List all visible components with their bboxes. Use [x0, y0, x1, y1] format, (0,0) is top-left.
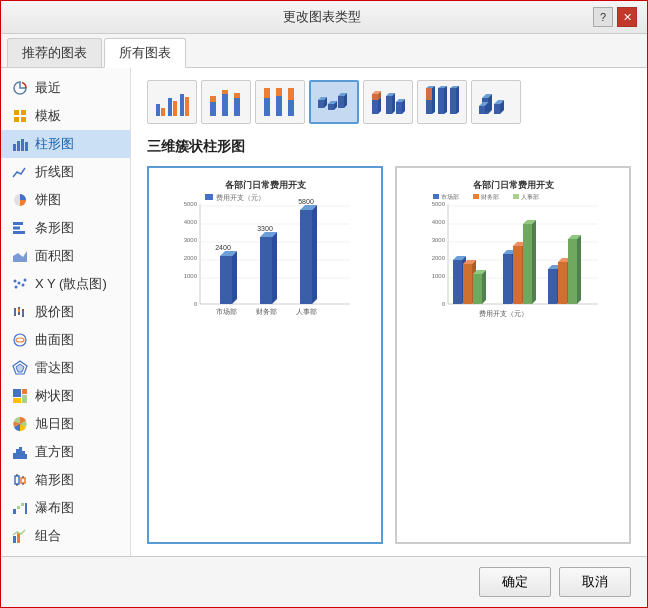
help-button[interactable]: ?	[593, 7, 613, 27]
preview-card-1[interactable]: 各部门日常费用开支 费用开支（元） 5000 4000 3000 2000 10…	[147, 166, 383, 544]
tab-all[interactable]: 所有图表	[104, 38, 186, 68]
sidebar-item-recent[interactable]: 最近	[1, 74, 130, 102]
svg-marker-169	[503, 254, 512, 304]
svg-text:4000: 4000	[184, 219, 198, 225]
svg-marker-160	[453, 260, 462, 304]
svg-rect-23	[22, 311, 24, 315]
svg-marker-102	[494, 104, 500, 114]
chart-type-3d-clustered[interactable]	[309, 80, 359, 124]
svg-marker-105	[479, 106, 485, 114]
sidebar-label-box: 箱形图	[35, 471, 74, 489]
sidebar-label-scatter: X Y (散点图)	[35, 275, 107, 293]
svg-point-13	[15, 286, 18, 289]
svg-text:各部门日常费用开支: 各部门日常费用开支	[472, 179, 555, 190]
sidebar-item-scatter[interactable]: X Y (散点图)	[1, 270, 130, 298]
svg-rect-36	[22, 451, 25, 459]
chart-type-icons	[147, 80, 631, 124]
chart-type-3d-stacked[interactable]	[363, 80, 413, 124]
svg-rect-11	[13, 231, 25, 234]
sidebar-item-pie[interactable]: 饼图	[1, 186, 130, 214]
sidebar-label-histogram: 直方图	[35, 443, 74, 461]
svg-rect-56	[210, 102, 216, 116]
sidebar-item-line[interactable]: 折线图	[1, 158, 130, 186]
svg-marker-129	[260, 237, 272, 304]
sidebar-label-stock: 股价图	[35, 303, 74, 321]
svg-text:财务部: 财务部	[256, 308, 277, 315]
histogram-chart-icon	[11, 443, 29, 461]
chart-type-3d-100stacked[interactable]	[417, 80, 467, 124]
svg-text:5000: 5000	[184, 201, 198, 207]
svg-rect-47	[25, 503, 27, 514]
sidebar-item-template[interactable]: 模板	[1, 102, 130, 130]
svg-marker-96	[450, 88, 456, 114]
svg-text:3000: 3000	[432, 237, 446, 243]
close-button[interactable]: ✕	[617, 7, 637, 27]
svg-marker-83	[386, 96, 392, 114]
svg-rect-5	[17, 141, 20, 151]
waterfall-chart-icon	[11, 499, 29, 517]
svg-point-25	[16, 338, 24, 342]
sidebar-item-stock[interactable]: 股价图	[1, 298, 130, 326]
svg-rect-38	[15, 476, 19, 484]
svg-marker-86	[396, 102, 402, 114]
sidebar-item-waterfall[interactable]: 瀑布图	[1, 494, 130, 522]
svg-point-17	[14, 280, 17, 283]
sidebar-item-box[interactable]: 箱形图	[1, 466, 130, 494]
chart-type-clustered[interactable]	[147, 80, 197, 124]
sidebar-label-treemap: 树状图	[35, 387, 74, 405]
svg-marker-181	[558, 262, 567, 304]
svg-rect-49	[17, 533, 20, 543]
svg-rect-57	[210, 96, 216, 102]
line-chart-icon	[11, 163, 29, 181]
treemap-chart-icon	[11, 387, 29, 405]
chart-type-100stacked[interactable]	[255, 80, 305, 124]
svg-rect-3	[21, 117, 26, 122]
sidebar-item-bar[interactable]: 柱形图	[1, 130, 130, 158]
hbar-chart-icon	[11, 219, 29, 237]
sidebar-item-combo[interactable]: 组合	[1, 522, 130, 550]
svg-rect-142	[473, 194, 479, 199]
svg-rect-65	[276, 88, 282, 96]
footer: 确定 取消	[1, 556, 647, 607]
svg-rect-33	[13, 453, 16, 459]
box-chart-icon	[11, 471, 29, 489]
scatter-chart-icon	[11, 275, 29, 293]
svg-text:1000: 1000	[432, 273, 446, 279]
svg-rect-10	[13, 227, 20, 230]
sidebar-item-radar[interactable]: 雷达图	[1, 354, 130, 382]
chart-type-stacked[interactable]	[201, 80, 251, 124]
svg-marker-177	[532, 220, 536, 304]
sidebar-label-radar: 雷达图	[35, 359, 74, 377]
svg-marker-80	[372, 94, 378, 100]
radar-chart-icon	[11, 359, 29, 377]
recent-icon	[11, 79, 29, 97]
svg-text:0: 0	[442, 301, 446, 307]
tab-recommended[interactable]: 推荐的图表	[7, 38, 102, 67]
svg-rect-109	[205, 194, 213, 200]
svg-rect-7	[25, 142, 28, 151]
svg-marker-74	[338, 96, 344, 108]
sidebar-item-hbar[interactable]: 条形图	[1, 214, 130, 242]
surface-chart-icon	[11, 331, 29, 349]
svg-rect-31	[13, 398, 21, 403]
title-bar: 更改图表类型 ? ✕	[1, 1, 647, 34]
sidebar-item-surface[interactable]: 曲面图	[1, 326, 130, 354]
sidebar-item-area[interactable]: 面积图	[1, 242, 130, 270]
svg-marker-131	[272, 232, 277, 304]
sidebar-item-histogram[interactable]: 直方图	[1, 438, 130, 466]
ok-button[interactable]: 确定	[479, 567, 551, 597]
sidebar: 最近 模板 柱形图 折线图	[1, 68, 131, 556]
sidebar-item-treemap[interactable]: 树状图	[1, 382, 130, 410]
svg-marker-77	[372, 100, 378, 114]
cancel-button[interactable]: 取消	[559, 567, 631, 597]
svg-rect-44	[13, 509, 16, 514]
svg-text:人事部: 人事部	[296, 308, 317, 316]
svg-rect-140	[433, 194, 439, 199]
svg-marker-98	[456, 86, 459, 114]
svg-rect-21	[18, 309, 20, 312]
chart-type-3d-column[interactable]	[471, 80, 521, 124]
svg-text:费用开支（元）: 费用开支（元）	[216, 194, 265, 202]
preview-card-2[interactable]: 各部门日常费用开支 市场部 财务部 人事部 5000 4000	[395, 166, 631, 544]
svg-rect-59	[222, 90, 228, 94]
sidebar-item-sunburst[interactable]: 旭日图	[1, 410, 130, 438]
